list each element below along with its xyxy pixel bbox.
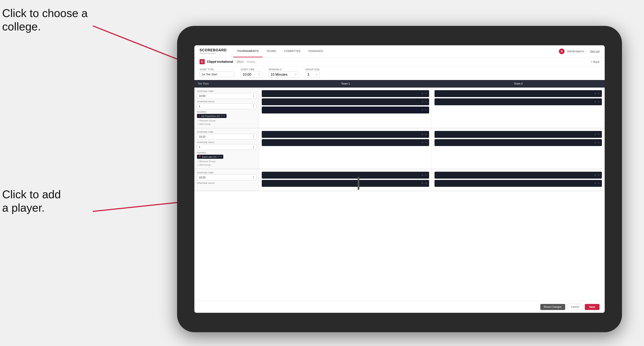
player-slot-1-3[interactable]: ✕ ✎	[262, 107, 429, 114]
slot3-x-btn-2[interactable]: ✕	[421, 141, 424, 144]
remove-group-btn-1[interactable]: ○ Remove Group	[197, 119, 256, 122]
slot2-actions-2: ✕ ✎	[594, 100, 600, 103]
slot-x-btn[interactable]: ✕	[421, 92, 424, 95]
slot4-x-btn[interactable]: ✕	[594, 133, 596, 136]
start-type-select[interactable]: 1st Tee Start	[200, 72, 234, 77]
save-button[interactable]: Save	[585, 304, 600, 310]
add-group-btn-2[interactable]: + Add Group	[197, 164, 256, 166]
start-time-label: Start Time	[240, 68, 262, 71]
intervals-select[interactable]: 10 Minutes ⏱	[269, 72, 299, 78]
app-header: SCOREBOARD Powered by clippd TOURNAMENTS…	[194, 45, 605, 57]
time-arrows-1: ▲ ▼	[253, 94, 254, 98]
tablet-side-button	[358, 177, 359, 190]
tab-committee[interactable]: COMMITTEE	[280, 45, 305, 57]
arrow-down-icon: ▼	[253, 177, 254, 179]
slot4-edit-btn[interactable]: ✎	[598, 133, 600, 136]
annotation-add-player: Click to add a player.	[2, 188, 61, 215]
add-group-label-1: Add Group	[199, 123, 210, 125]
slot2-x-btn[interactable]: ✕	[594, 92, 596, 95]
table-header: Tee Time Team 1 Team 2	[194, 80, 605, 88]
player-slot-2-2[interactable]: ✕ ✎	[434, 98, 602, 105]
course-remove-icon-1[interactable]: ✕	[221, 115, 223, 117]
reset-changes-button[interactable]: Reset Changes	[540, 304, 565, 310]
player-slot-1-2[interactable]: ✕ ✎	[262, 98, 429, 105]
tee-time-row-1: STARTING TIME: 10:00 ▲ ▼ STARTING HOLE: …	[194, 88, 605, 128]
group-size-group: Group Size 3 ▼	[305, 68, 320, 78]
clock-icon: ⏱	[258, 73, 260, 76]
slot4-edit-btn-2[interactable]: ✎	[598, 141, 600, 144]
slot2-edit-btn[interactable]: ✎	[598, 92, 600, 95]
slot3-edit-btn-2[interactable]: ✎	[425, 141, 427, 144]
slot6-x-btn-2[interactable]: ✕	[594, 182, 596, 185]
starting-time-input-2[interactable]: 10:10 ▲ ▼	[197, 134, 256, 140]
slot5-x-btn[interactable]: ✕	[421, 174, 424, 177]
player-slot-6-2[interactable]: ✕ ✎	[434, 180, 602, 187]
course-edit-icon[interactable]: ✎	[224, 115, 225, 117]
slot-edit-btn-2[interactable]: ✎	[425, 100, 427, 103]
slot-edit-btn[interactable]: ✎	[425, 92, 427, 95]
remove-icon: ○	[197, 119, 198, 122]
player-slot-6-1[interactable]: ✕ ✎	[434, 172, 602, 178]
header-right: B blair@clippd.io | Sign out	[559, 48, 600, 54]
add-icon: +	[197, 123, 198, 125]
slot6-x-btn[interactable]: ✕	[594, 174, 596, 177]
player-slot-4-1[interactable]: ✕ ✎	[434, 131, 602, 138]
add-icon-2: +	[197, 164, 198, 166]
player-slot-2-1[interactable]: ✕ ✎	[434, 90, 602, 97]
player-slot-3-2[interactable]: ✕ ✎	[262, 139, 429, 146]
slot2-x-btn-2[interactable]: ✕	[594, 100, 596, 103]
player-slot-5-1[interactable]: ✕ ✎	[262, 172, 429, 178]
slot6-edit-btn[interactable]: ✎	[598, 174, 600, 177]
player-slot-3-1[interactable]: ✕ ✎	[262, 131, 429, 138]
time-arrows-3: ▲ ▼	[253, 175, 254, 179]
hole-arrows-1: ▲ ▼	[253, 104, 254, 108]
slot6-edit-btn-2[interactable]: ✎	[598, 182, 600, 185]
remove-group-btn-2[interactable]: ○ Remove Group	[197, 160, 256, 163]
course-tag-2[interactable]: 📍 East Lake GC ✕ ✎	[197, 155, 223, 159]
player-slot-1-1[interactable]: ✕ ✎	[262, 90, 429, 97]
starting-hole-input-2[interactable]: 1 ▲ ▼	[197, 144, 256, 150]
sign-out-link[interactable]: Sign out	[590, 50, 600, 53]
start-time-input[interactable]: 10:00 ⏱	[240, 72, 262, 78]
group-size-label: Group Size	[305, 68, 320, 71]
slot5-x-btn-2[interactable]: ✕	[421, 182, 424, 185]
add-group-btn-1[interactable]: + Add Group	[197, 123, 256, 125]
tab-teams[interactable]: TEAMS	[262, 45, 280, 57]
slot-x-btn-3[interactable]: ✕	[421, 109, 424, 112]
slot-x-btn-2[interactable]: ✕	[421, 100, 424, 103]
tab-tournaments[interactable]: TOURNAMENTS	[233, 45, 262, 57]
back-button[interactable]: < Back	[591, 60, 600, 63]
cancel-button[interactable]: Cancel	[567, 304, 583, 310]
slot-edit-btn-3[interactable]: ✎	[425, 109, 427, 112]
remove-group-label-2: Remove Group	[199, 160, 216, 163]
slot5-edit-btn[interactable]: ✎	[425, 174, 427, 177]
player-slot-4-2[interactable]: ✕ ✎	[434, 139, 602, 146]
tab-rankings[interactable]: RANKINGS	[305, 45, 327, 57]
slot2-edit-btn-2[interactable]: ✎	[598, 100, 600, 103]
arrow-up-icon: ▲	[253, 145, 254, 147]
slot3-x-btn[interactable]: ✕	[421, 133, 424, 136]
group-size-select[interactable]: 3 ▼	[305, 72, 320, 78]
starting-hole-input-1[interactable]: 1 ▲ ▼	[197, 103, 256, 109]
course-name-1: (A) Peachtree GC	[201, 115, 220, 117]
logo-area: SCOREBOARD Powered by clippd	[200, 48, 227, 54]
player-slot-5-2[interactable]: ✕ ✎	[262, 180, 429, 187]
col-team1: Team 1	[259, 80, 432, 87]
hole-arrows-2: ▲ ▼	[253, 145, 254, 149]
annotation-line3: Click to add	[2, 188, 61, 201]
starting-time-input-1[interactable]: 10:00 ▲ ▼	[197, 93, 256, 99]
slot5-edit-btn-2[interactable]: ✎	[425, 182, 427, 185]
table-body: STARTING TIME: 10:00 ▲ ▼ STARTING HOLE: …	[194, 88, 605, 301]
hosting-badge: Hosting	[247, 60, 255, 63]
course-edit-icon-2[interactable]: ✎	[220, 156, 222, 158]
course-tag-1[interactable]: ★ (A) Peachtree GC ✕ ✎	[197, 114, 226, 118]
tee-time-row-2: STARTING TIME: 10:10 ▲ ▼ STARTING HOLE: …	[194, 128, 605, 169]
logo-text: SCOREBOARD	[200, 48, 227, 52]
sub-header: C Clippd Invitational (Men) Hosting < Ba…	[194, 57, 605, 66]
course-remove-icon-2[interactable]: ✕	[218, 156, 220, 158]
starting-time-input-3[interactable]: 10:20 ▲ ▼	[197, 174, 256, 180]
arrow-down-icon: ▼	[253, 137, 254, 139]
slot4-x-btn-2[interactable]: ✕	[594, 141, 596, 144]
slot3-edit-btn[interactable]: ✎	[425, 133, 427, 136]
starting-hole-label-1: STARTING HOLE:	[197, 101, 256, 103]
